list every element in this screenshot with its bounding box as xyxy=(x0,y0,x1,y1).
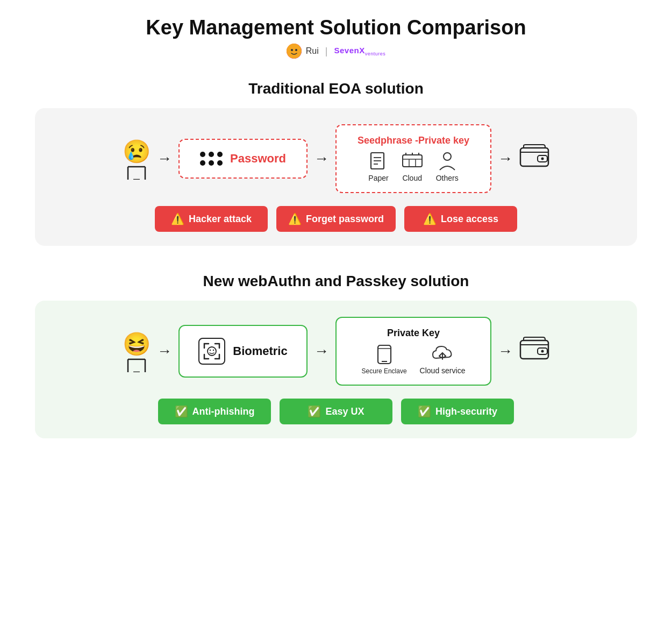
arrow-2: → xyxy=(314,150,329,167)
svg-rect-19 xyxy=(520,148,548,166)
svg-point-27 xyxy=(210,350,211,351)
warning-badge-forget: ⚠️ Forget password xyxy=(276,206,396,232)
biometric-label: Biometric xyxy=(233,344,287,358)
traditional-flow-row: 😢 → Password → Seedphrase -Pr xyxy=(51,124,621,193)
seedphrase-title: Seedphrase -Private key xyxy=(358,135,469,146)
biometric-icon xyxy=(198,338,225,365)
warning-icon-1: ⚠️ xyxy=(171,212,184,225)
arrow-3: → xyxy=(498,150,513,167)
password-box: Password xyxy=(178,139,308,179)
author-name: Rui xyxy=(306,46,319,56)
wallet-icon-passkey xyxy=(519,336,549,366)
green-badges-row: ✅ Anti-phishing ✅ Easy UX ✅ High-securit… xyxy=(51,399,621,424)
svg-point-26 xyxy=(208,347,216,356)
seed-item-cloud: Cloud xyxy=(402,152,423,182)
svg-rect-29 xyxy=(378,345,391,364)
warning-badges-row: ⚠️ Hacker attack ⚠️ Forget password ⚠️ L… xyxy=(51,206,621,232)
password-dots-icon xyxy=(200,152,223,166)
svg-point-2 xyxy=(295,49,297,51)
arrow-6: → xyxy=(498,343,513,360)
seed-icons-row: Paper Cloud xyxy=(368,152,458,182)
arrow-4: → xyxy=(157,343,172,360)
passkey-container: 😆 → xyxy=(35,301,637,438)
check-icon-3: ✅ xyxy=(418,405,431,418)
svg-rect-33 xyxy=(520,340,548,359)
author-row: Rui | SevenXventures xyxy=(287,44,385,59)
seed-item-others: Others xyxy=(436,152,459,182)
green-badge-easyux: ✅ Easy UX xyxy=(280,399,392,424)
passkey-flow-row: 😆 → xyxy=(51,317,621,386)
svg-point-0 xyxy=(287,44,302,59)
arrow-5: → xyxy=(314,343,329,360)
green-badge-antiphishing: ✅ Anti-phishing xyxy=(158,399,271,424)
passkey-user-icon: 😆 xyxy=(123,331,151,372)
svg-point-35 xyxy=(541,350,544,353)
brand-logo: SevenXventures xyxy=(334,46,385,56)
green-badge-highsecurity: ✅ High-security xyxy=(401,399,514,424)
check-icon-2: ✅ xyxy=(308,405,321,418)
warning-icon-2: ⚠️ xyxy=(288,212,302,225)
pk-item-cloud: Cloud service xyxy=(420,344,466,375)
passkey-section-title: New webAuthn and Passkey solution xyxy=(203,273,469,290)
svg-point-28 xyxy=(213,350,214,351)
author-avatar xyxy=(287,44,302,59)
pk-item-enclave: Secure Enclave xyxy=(362,344,407,375)
private-key-box: Private Key Secure Enclave xyxy=(335,317,491,386)
seedphrase-box: Seedphrase -Private key Paper xyxy=(335,124,491,193)
biometric-box: Biometric xyxy=(178,325,308,378)
warning-icon-3: ⚠️ xyxy=(423,212,437,225)
password-label: Password xyxy=(230,152,286,166)
wallet-icon-traditional xyxy=(519,144,549,174)
svg-rect-11 xyxy=(403,155,422,167)
warning-badge-hacker: ⚠️ Hacker attack xyxy=(155,206,268,232)
arrow-1: → xyxy=(157,150,172,167)
divider: | xyxy=(325,46,328,57)
traditional-section-title: Traditional EOA solution xyxy=(248,80,424,97)
check-icon-1: ✅ xyxy=(175,405,188,418)
seed-item-paper: Paper xyxy=(368,152,388,182)
pk-icons-row: Secure Enclave Cloud service xyxy=(362,344,466,375)
private-key-title: Private Key xyxy=(387,328,440,339)
svg-point-1 xyxy=(291,49,293,51)
svg-point-21 xyxy=(541,158,544,160)
traditional-user-icon: 😢 xyxy=(123,138,151,180)
traditional-eoa-container: 😢 → Password → Seedphrase -Pr xyxy=(35,108,637,246)
page-title: Key Management Solution Comparison xyxy=(146,16,526,39)
warning-badge-access: ⚠️ Lose access xyxy=(404,206,517,232)
svg-point-18 xyxy=(444,153,451,160)
